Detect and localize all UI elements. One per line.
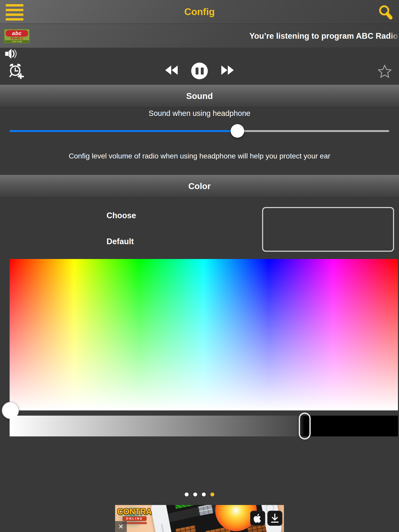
page-title: Config: [0, 0, 399, 24]
download-icon: [270, 513, 280, 523]
volume-slider[interactable]: [10, 124, 389, 138]
app-store-button[interactable]: [250, 511, 265, 526]
page-dot[interactable]: [193, 493, 197, 496]
search-icon: [377, 4, 393, 20]
menu-button[interactable]: [6, 4, 23, 21]
page-dot[interactable]: [202, 493, 206, 496]
page-dot[interactable]: [185, 493, 189, 496]
volume-slider-thumb[interactable]: [231, 124, 244, 138]
fast-forward-icon: [221, 65, 234, 75]
volume-slider-label: Sound when using headphone: [0, 109, 399, 118]
speaker-icon: [5, 48, 17, 59]
previous-button[interactable]: [165, 65, 178, 76]
apple-icon: [252, 513, 263, 524]
sleep-timer-button[interactable]: [8, 62, 24, 80]
color-picker-gradient[interactable]: [10, 259, 398, 410]
alarm-add-icon: [8, 62, 24, 79]
ad-banner[interactable]: CONTRA ONLINE ✕: [115, 505, 284, 532]
star-outline-icon: [377, 64, 392, 79]
sound-section-title: Sound: [0, 85, 399, 108]
ad-game-title: CONTRA: [117, 507, 152, 516]
sound-section-header: Sound: [0, 84, 399, 107]
brightness-slider[interactable]: [10, 416, 398, 436]
pause-icon: [196, 68, 198, 75]
color-preview-box: [262, 207, 394, 252]
station-logo-name: abc: [6, 30, 28, 37]
download-button[interactable]: [267, 511, 282, 526]
brightness-slider-thumb[interactable]: [299, 413, 311, 440]
choose-color-button[interactable]: Choose: [107, 211, 136, 220]
header-bar: Config: [0, 0, 399, 24]
page-dot[interactable]: [210, 493, 214, 496]
favorite-button[interactable]: [377, 64, 392, 80]
sound-description: Config level volume of radio when using …: [0, 152, 399, 160]
config-screen: Config abc FM 89.2 বাংলার আওয়াজ You’re …: [0, 0, 399, 532]
station-logo-tagline: বাংলার আওয়াজ: [5, 40, 29, 43]
next-button[interactable]: [221, 65, 234, 76]
default-color-button[interactable]: Default: [107, 237, 134, 246]
color-section-header: Color: [0, 175, 399, 197]
hamburger-icon: [6, 4, 23, 6]
ad-close-button[interactable]: ✕: [115, 521, 127, 532]
search-button[interactable]: [377, 4, 393, 20]
pause-button[interactable]: [191, 63, 208, 79]
volume-button[interactable]: [5, 48, 17, 60]
now-playing-bar: abc FM 89.2 বাংলার আওয়াজ You’re listeni…: [0, 24, 399, 48]
color-section-title: Color: [0, 175, 399, 198]
volume-slider-fill: [10, 130, 237, 132]
rewind-icon: [165, 65, 178, 75]
station-logo[interactable]: abc FM 89.2 বাংলার আওয়াজ: [4, 29, 30, 43]
station-logo-frequency: FM 89.2: [5, 37, 29, 40]
now-playing-marquee: You’re listening to program ABC Radio: [249, 24, 398, 48]
marquee-fade: [390, 24, 399, 48]
close-icon: ✕: [118, 523, 124, 530]
ad-game-subtitle: ONLINE: [123, 516, 147, 521]
page-dots: [0, 493, 399, 496]
